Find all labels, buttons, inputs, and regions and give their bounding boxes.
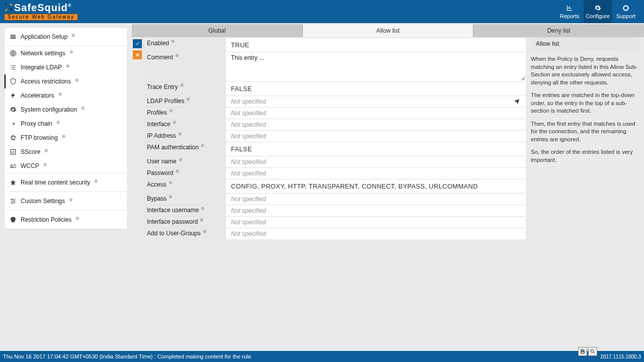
form-value[interactable]: Not specified [226, 217, 526, 228]
form-label: Interface username⊕ [143, 205, 226, 216]
help-icon[interactable]: ⊕ [81, 106, 85, 111]
form-row-bypass: Bypass⊕Not specified [143, 193, 526, 205]
brand-name: SafeSquid® [14, 3, 71, 13]
help-icon[interactable]: ⊕ [201, 143, 205, 148]
form-value[interactable]: Not specified [226, 108, 526, 119]
save-button[interactable] [578, 347, 587, 356]
support-button[interactable]: Support [612, 0, 640, 23]
sidebar-item-ftp-browsing[interactable]: FTP browsing⊕ [5, 131, 127, 145]
sidebar-item-label: Application Setup [21, 33, 67, 40]
sidebar-item-integrate-ldap[interactable]: Integrate LDAP⊕ [5, 60, 127, 74]
help-icon[interactable]: ⊕ [62, 134, 66, 139]
tab-allow-list[interactable]: Allow list [302, 24, 473, 37]
resize-handle-icon[interactable]: ◢ [521, 75, 525, 80]
help-icon[interactable]: ⊕ [201, 206, 205, 211]
form-label: IP Address⊕ [143, 131, 226, 142]
sidebar-item-proxy-chain[interactable]: Proxy chain⊕ [5, 117, 127, 131]
help-icon[interactable]: ⊕ [171, 39, 175, 44]
help-paragraph: So, the order of the entries listed is v… [531, 148, 639, 164]
help-paragraph: The entries are matched in the top-down … [531, 92, 639, 115]
save-icon [580, 348, 586, 354]
help-icon[interactable]: ⊕ [169, 180, 173, 185]
status-text: Thu Nov 16 2017 17:04:42 GMT+0530 (India… [3, 353, 251, 359]
sidebar-item-access-restrictions[interactable]: Access restrictions⊕ [5, 74, 127, 88]
help-icon[interactable]: ⊕ [173, 120, 177, 125]
configure-button[interactable]: Configure [584, 0, 612, 23]
form-value[interactable]: TRUE [226, 38, 526, 52]
help-icon[interactable]: ⊕ [58, 92, 62, 97]
help-icon[interactable]: ⊕ [169, 108, 173, 113]
help-icon[interactable]: ⊕ [56, 120, 60, 125]
sidebar-item-custom-settings[interactable]: Custom Settings⊕ [5, 192, 127, 210]
cancel-button[interactable] [133, 50, 142, 59]
sidebar-item-application-setup[interactable]: Application Setup⊕ [5, 28, 127, 46]
sidebar: Application Setup⊕Network settings⊕Integ… [0, 23, 132, 351]
help-panel: Allow list When the Policy is Deny, requ… [526, 37, 644, 351]
search-button[interactable] [588, 347, 597, 356]
sidebar-item-label: SScore [21, 148, 40, 155]
refresh-icon [10, 134, 17, 141]
form-value[interactable]: FALSE [226, 142, 526, 156]
help-paragraph: Then, the first entry that matches is us… [531, 120, 639, 144]
check-icon [10, 148, 17, 155]
help-icon[interactable]: ⊕ [66, 63, 70, 68]
help-icon[interactable]: ⊕ [43, 162, 47, 167]
sidebar-item-wccp[interactable]: WCCP⊕ [5, 159, 127, 173]
form-value[interactable]: Not specified [226, 119, 526, 130]
form-value[interactable]: FALSE [226, 82, 526, 96]
forward-icon [10, 120, 17, 127]
help-icon[interactable]: ⊕ [179, 157, 183, 162]
form-row-enabled: Enabled⊕TRUE [143, 38, 526, 52]
help-icon[interactable]: ⊕ [44, 148, 48, 153]
form-value[interactable]: Not specified [226, 168, 526, 179]
life-ring-icon [622, 5, 629, 12]
form-value[interactable]: CONFIG, PROXY, HTTP, TRANSPARENT, CONNEC… [226, 179, 526, 193]
form-value[interactable]: Not specified [226, 156, 526, 167]
help-icon[interactable]: ⊕ [71, 33, 75, 38]
confirm-button[interactable] [133, 39, 142, 48]
form-label: Access⊕ [143, 179, 226, 193]
help-icon[interactable]: ⊕ [176, 168, 180, 173]
form-value[interactable]: Not specified [226, 205, 526, 216]
sidebar-item-real-time-content-security[interactable]: Real time content security⊕ [5, 173, 127, 192]
form-label: PAM authentication⊕ [143, 142, 226, 156]
tab-deny-list[interactable]: Deny list [473, 24, 644, 37]
form-value[interactable]: Not specified [226, 96, 526, 107]
gears-icon [594, 5, 601, 12]
help-icon[interactable]: ⊕ [94, 178, 98, 184]
help-icon[interactable]: ⊕ [169, 194, 173, 199]
send-icon[interactable] [514, 98, 520, 106]
sliders-icon [10, 198, 17, 205]
comment-input[interactable]: This entry ...◢ [226, 52, 526, 81]
form-label: Trace Entry⊕ [143, 82, 226, 96]
top-actions: Reports Configure Support [555, 0, 640, 23]
sidebar-item-restriction-policies[interactable]: Restriction Policies⊕ [5, 211, 127, 229]
form-value[interactable]: Not specified [226, 131, 526, 142]
help-icon[interactable]: ⊕ [178, 131, 182, 136]
help-icon[interactable]: ⊕ [203, 229, 207, 234]
help-icon[interactable]: ⊕ [75, 77, 79, 82]
sidebar-item-label: Proxy chain [21, 120, 52, 127]
form-value[interactable]: Not specified [226, 194, 526, 205]
tab-global[interactable]: Global [132, 24, 302, 37]
help-icon[interactable]: ⊕ [180, 82, 184, 87]
sidebar-item-system-configuration[interactable]: System configuration⊕ [5, 103, 127, 117]
sidebar-item-network-settings[interactable]: Network settings⊕ [5, 46, 127, 60]
help-icon[interactable]: ⊕ [175, 53, 179, 58]
reports-button[interactable]: Reports [555, 0, 584, 23]
version-text: 2017.1115.1800.3 [600, 354, 641, 359]
form-value[interactable]: Not specified [226, 228, 526, 239]
sidebar-item-sscore[interactable]: SScore⊕ [5, 145, 127, 159]
sidebar-item-label: Access restrictions [21, 78, 71, 85]
help-icon[interactable]: ⊕ [200, 217, 204, 222]
sidebar-item-accelerators[interactable]: Accelerators⊕ [5, 88, 127, 103]
entry-actions [133, 39, 143, 351]
help-icon[interactable]: ⊕ [75, 216, 79, 221]
list-icon [10, 64, 17, 71]
form-label: Password⊕ [143, 168, 226, 179]
form-row-comment: Comment⊕This entry ...◢ [143, 52, 526, 81]
help-icon[interactable]: ⊕ [69, 197, 73, 202]
help-icon[interactable]: ⊕ [186, 97, 190, 102]
form-row-ip-address: IP Address⊕Not specified [143, 130, 526, 142]
help-icon[interactable]: ⊕ [69, 49, 73, 54]
